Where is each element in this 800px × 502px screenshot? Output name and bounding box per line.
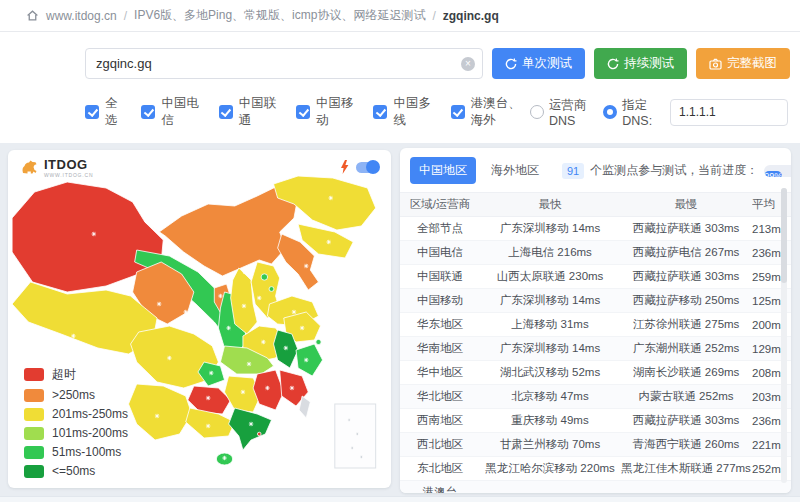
filter-checkbox[interactable]: 港澳台、海外 [451, 95, 530, 129]
map-region-tianjin[interactable] [269, 287, 274, 292]
legend-label: <=50ms [52, 464, 95, 478]
dns-radio[interactable]: 指定DNS: [603, 97, 658, 128]
cell-slowest: 西藏拉萨移动 250ms [620, 293, 752, 308]
breadcrumb-title: IPV6版、多地Ping、常规版、icmp协议、网络延迟测试 [134, 7, 425, 24]
cell-region: 东北地区 [400, 461, 480, 476]
cell-fastest: 重庆移动 49ms [480, 413, 620, 428]
cell-slowest: -- [620, 487, 752, 494]
radio-icon [603, 105, 617, 119]
map-mode-toggle[interactable] [356, 162, 379, 173]
cell-fastest: 上海电信 216ms [480, 245, 620, 260]
legend-label: 201ms-250ms [52, 407, 128, 421]
filter-checkbox[interactable]: 中国联通 [219, 95, 277, 129]
tab-overseas-region[interactable]: 海外地区 [482, 157, 548, 184]
scrollbar-thumb[interactable] [781, 188, 787, 283]
cell-fastest: 广东深圳移动 14ms [480, 341, 620, 356]
next-section-edge [0, 496, 800, 502]
checkbox-icon [373, 105, 387, 119]
cell-slowest: 黑龙江佳木斯联通 277ms [620, 461, 752, 476]
breadcrumb-separator: / [124, 9, 127, 23]
cell-slowest: 西藏拉萨联通 303ms [620, 413, 752, 428]
table-row: 华南地区广东深圳移动 14ms广东潮州联通 252ms129ms [400, 337, 791, 361]
map-region-shanghai[interactable] [316, 339, 321, 344]
map-region-jiangxi[interactable] [253, 370, 284, 410]
refresh-icon [505, 58, 517, 70]
map-region-beijing[interactable] [261, 274, 268, 280]
single-test-button[interactable]: 单次测试 [492, 48, 585, 79]
inset-island [351, 447, 354, 450]
table-row: 全部节点广东深圳移动 14ms西藏拉萨联通 303ms213ms [400, 217, 791, 241]
cell-fastest: 上海移动 31ms [480, 317, 620, 332]
legend-item: 51ms-100ms [24, 445, 128, 459]
header-region: 区域/运营商 [400, 197, 480, 212]
cell-fastest: 广东深圳移动 14ms [480, 293, 620, 308]
inset-island [360, 456, 363, 459]
checkbox-label: 港澳台、海外 [471, 95, 530, 129]
table-header: 区域/运营商 最快 最慢 平均 [400, 192, 791, 217]
cell-fastest: 湖北武汉移动 52ms [480, 365, 620, 380]
map-region-zhejiang[interactable] [296, 344, 323, 376]
filter-checkbox[interactable]: 中国电信 [141, 95, 199, 129]
inset-island [348, 419, 351, 422]
lightning-icon[interactable] [340, 160, 349, 174]
checkbox-label: 全选 [105, 95, 122, 129]
legend-item: 101ms-200ms [24, 426, 128, 440]
dns-radio-group: 运营商DNS指定DNS: [530, 97, 790, 128]
cell-slowest: 江苏徐州联通 275ms [620, 317, 752, 332]
legend-color-chip [24, 389, 44, 402]
cell-region: 全部节点 [400, 221, 480, 236]
cell-slowest: 广东潮州联通 252ms [620, 341, 752, 356]
filter-checkbox[interactable]: 中国移动 [296, 95, 354, 129]
dns-radio[interactable]: 运营商DNS [530, 97, 591, 128]
cell-average: -- [752, 487, 791, 494]
checkbox-icon [219, 105, 233, 119]
progress-bar: 99% [764, 165, 791, 177]
filter-checkbox[interactable]: 中国多线 [373, 95, 431, 129]
cell-fastest: -- [480, 487, 620, 494]
results-table-body: 全部节点广东深圳移动 14ms西藏拉萨联通 303ms213ms中国电信上海电信… [400, 217, 791, 493]
cell-fastest: 山西太原联通 230ms [480, 269, 620, 284]
map-region-yunnan[interactable] [129, 384, 192, 440]
breadcrumb-separator: / [432, 9, 435, 23]
table-row: 东北地区黑龙江哈尔滨移动 220ms黑龙江佳木斯联通 277ms252ms [400, 457, 791, 481]
map-region-hongkong[interactable] [257, 432, 261, 436]
clear-input-icon[interactable]: × [461, 57, 475, 71]
cell-region: 中国移动 [400, 293, 480, 308]
home-icon[interactable] [26, 9, 39, 22]
radio-label: 指定DNS: [622, 97, 658, 128]
cell-region: 中国联通 [400, 269, 480, 284]
host-input[interactable] [85, 48, 483, 79]
screenshot-button[interactable]: 完整截图 [696, 48, 790, 79]
legend-color-chip [24, 465, 44, 478]
map-region-guangdong[interactable] [229, 408, 272, 450]
filter-checkbox[interactable]: 全选 [85, 95, 122, 129]
checkbox-label: 中国移动 [316, 95, 354, 129]
table-row: 西北地区甘肃兰州移动 70ms青海西宁联通 260ms221ms [400, 433, 791, 457]
results-scrollbar[interactable] [781, 188, 787, 483]
checkbox-label: 中国电信 [161, 95, 199, 129]
map-panel: ITDOG WWW.ITDOG.CN [8, 150, 391, 488]
cell-fastest: 北京移动 47ms [480, 389, 620, 404]
legend-item: >250ms [24, 388, 128, 402]
tab-china-region[interactable]: 中国地区 [410, 157, 476, 184]
breadcrumb-site[interactable]: www.itdog.cn [46, 9, 117, 23]
dog-icon [20, 158, 40, 176]
search-box: × [85, 48, 483, 79]
single-test-label: 单次测试 [522, 55, 572, 72]
table-row: 西南地区重庆移动 49ms西藏拉萨联通 303ms236ms [400, 409, 791, 433]
breadcrumb-current: zgqinc.gq [443, 9, 499, 23]
continuous-test-button[interactable]: 持续测试 [594, 48, 687, 79]
cell-fastest: 甘肃兰州移动 70ms [480, 437, 620, 452]
cell-slowest: 西藏拉萨电信 267ms [620, 245, 752, 260]
cell-slowest: 西藏拉萨联通 303ms [620, 221, 752, 236]
dns-input[interactable] [670, 99, 788, 126]
checkbox-icon [141, 105, 155, 119]
radio-label: 运营商DNS [549, 97, 591, 128]
table-row: 华北地区北京移动 47ms内蒙古联通 252ms203ms [400, 385, 791, 409]
checkbox-label: 中国联通 [239, 95, 277, 129]
legend-color-chip [24, 427, 44, 440]
legend-label: 超时 [52, 366, 76, 383]
cell-region: 中国电信 [400, 245, 480, 260]
map-region-guangxi[interactable] [186, 408, 235, 438]
table-row: 中国联通山西太原联通 230ms西藏拉萨联通 303ms259ms [400, 265, 791, 289]
